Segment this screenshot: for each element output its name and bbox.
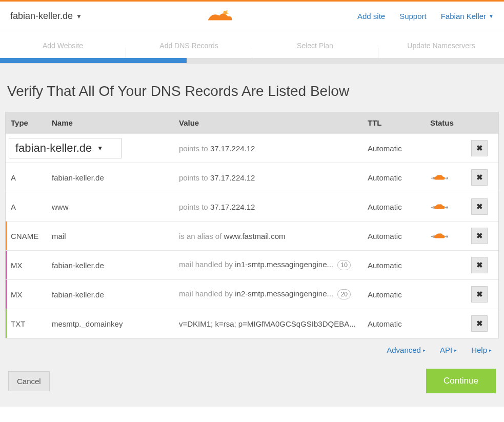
caret-down-icon: ▼	[76, 13, 82, 20]
header-right: Add site Support Fabian Keller ▼	[357, 12, 494, 21]
record-ttl: Automatic	[368, 232, 430, 240]
record-value: is an alias of www.fastmail.com	[179, 232, 368, 240]
wizard-steps: Add Website Add DNS Records Select Plan …	[0, 31, 504, 58]
delete-button[interactable]: ✖	[471, 315, 488, 332]
dns-record-row: MXfabian-keller.demail handled by in2-sm…	[6, 279, 498, 309]
dns-table-header: Type Name Value TTL Status	[6, 112, 498, 133]
close-icon: ✖	[476, 202, 483, 211]
close-icon: ✖	[476, 260, 483, 270]
col-header-type: Type	[6, 118, 52, 127]
page-title: Verify That All Of Your DNS Records Are …	[5, 83, 499, 99]
record-ttl: Automatic	[368, 261, 430, 270]
row-stripe	[6, 309, 7, 338]
continue-button[interactable]: Continue	[426, 369, 496, 393]
table-footer-links: Advanced▸ API▸ Help▸	[5, 338, 499, 357]
row-stripe	[6, 251, 7, 279]
col-header-ttl: TTL	[368, 118, 430, 127]
domain-select-value: fabian-keller.de	[15, 142, 92, 155]
close-icon: ✖	[476, 319, 483, 328]
domain-select-dropdown[interactable]: fabian-keller.de ▼	[9, 138, 122, 158]
user-menu-label: Fabian Keller	[441, 12, 486, 21]
priority-badge: 20	[337, 289, 351, 299]
caret-down-icon: ▼	[97, 145, 103, 152]
dns-record-row: Afabian-keller.depoints to 37.17.224.12A…	[6, 163, 498, 192]
help-link[interactable]: Help▸	[471, 346, 492, 354]
triangle-right-icon: ▸	[489, 348, 492, 353]
advanced-link[interactable]: Advanced▸	[387, 346, 426, 354]
col-header-status: Status	[430, 118, 471, 127]
record-type: A	[6, 173, 52, 182]
triangle-right-icon: ▸	[454, 348, 457, 353]
user-menu-dropdown[interactable]: Fabian Keller ▼	[441, 12, 494, 21]
close-icon: ✖	[476, 290, 483, 299]
record-value: points to 37.17.224.12	[179, 203, 368, 211]
wizard-step-select-plan: Select Plan	[252, 42, 378, 58]
proxy-cloud-icon[interactable]	[430, 202, 471, 211]
dns-record-row: Awwwpoints to 37.17.224.12Automatic✖	[6, 192, 498, 221]
record-name: mail	[52, 232, 179, 240]
record-type: A	[6, 203, 52, 211]
site-selector-label: fabian-keller.de	[10, 11, 73, 22]
cancel-button[interactable]: Cancel	[8, 371, 50, 391]
record-value: points to 37.17.224.12	[179, 173, 368, 182]
input-row-ttl: Automatic	[368, 144, 430, 153]
record-name: fabian-keller.de	[52, 261, 179, 270]
delete-button[interactable]: ✖	[471, 257, 488, 273]
record-type: CNAME	[6, 232, 52, 240]
record-value: v=DKIM1; k=rsa; p=MIGfMA0GCSqGSIb3DQEBA.…	[179, 319, 368, 328]
record-type: TXT	[6, 319, 52, 328]
content-area: Verify That All Of Your DNS Records Are …	[0, 63, 504, 407]
wizard-progress-fill	[0, 58, 187, 63]
dns-record-row: TXTmesmtp._domainkeyv=DKIM1; k=rsa; p=MI…	[6, 309, 498, 338]
dns-record-row: CNAMEmailis an alias of www.fastmail.com…	[6, 221, 498, 250]
row-stripe	[6, 280, 7, 309]
close-icon: ✖	[476, 231, 483, 240]
delete-button[interactable]: ✖	[471, 140, 488, 156]
action-bar: Cancel Continue	[5, 357, 499, 396]
header: fabian-keller.de ▼ Add site Support Fabi…	[0, 2, 504, 31]
proxy-cloud-icon[interactable]	[430, 173, 471, 182]
support-link[interactable]: Support	[399, 12, 427, 21]
record-ttl: Automatic	[368, 173, 430, 182]
wizard-step-update-ns: Update Nameservers	[378, 42, 504, 58]
record-status	[430, 202, 471, 211]
record-type: MX	[6, 261, 52, 270]
record-value: mail handled by in2-smtp.messagingengine…	[179, 289, 368, 299]
api-link[interactable]: API▸	[440, 346, 457, 354]
add-site-link[interactable]: Add site	[357, 12, 385, 21]
record-ttl: Automatic	[368, 319, 430, 328]
delete-button[interactable]: ✖	[471, 228, 488, 244]
dns-table: Type Name Value TTL Status fabian-keller…	[5, 112, 499, 338]
caret-down-icon: ▼	[489, 13, 494, 19]
record-type: MX	[6, 290, 52, 299]
wizard-step-add-website: Add Website	[0, 42, 126, 58]
wizard-step-add-dns: Add DNS Records	[126, 42, 252, 58]
dns-record-row: MXfabian-keller.demail handled by in1-sm…	[6, 250, 498, 279]
close-icon: ✖	[476, 144, 483, 153]
close-icon: ✖	[476, 173, 483, 182]
delete-button[interactable]: ✖	[471, 286, 488, 303]
wizard-progress-track	[0, 58, 504, 63]
priority-badge: 10	[337, 260, 351, 270]
record-status	[430, 173, 471, 182]
input-row-value: points to 37.17.224.12	[179, 144, 368, 153]
row-stripe	[6, 222, 7, 250]
record-status	[430, 231, 471, 240]
record-name: mesmtp._domainkey	[52, 319, 179, 328]
col-header-value: Value	[179, 118, 368, 127]
record-name: fabian-keller.de	[52, 173, 179, 182]
col-header-name: Name	[52, 118, 179, 127]
record-ttl: Automatic	[368, 203, 430, 211]
triangle-right-icon: ▸	[423, 348, 426, 353]
record-name: fabian-keller.de	[52, 290, 179, 299]
cloudflare-logo	[82, 9, 357, 24]
delete-button[interactable]: ✖	[471, 198, 488, 215]
record-value: mail handled by in1-smtp.messagingengine…	[179, 260, 368, 270]
record-ttl: Automatic	[368, 290, 430, 299]
dns-input-row: fabian-keller.de ▼ points to 37.17.224.1…	[6, 133, 498, 163]
record-name: www	[52, 203, 179, 211]
site-selector-dropdown[interactable]: fabian-keller.de ▼	[10, 11, 82, 22]
proxy-cloud-icon[interactable]	[430, 231, 471, 240]
delete-button[interactable]: ✖	[471, 169, 488, 186]
